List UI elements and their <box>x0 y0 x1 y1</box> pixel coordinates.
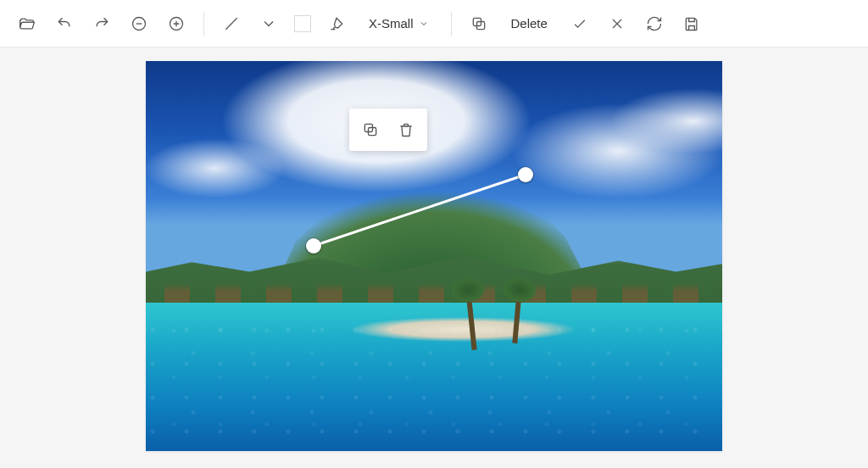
highlighter-icon <box>328 15 345 32</box>
toolbar-separator <box>203 12 204 36</box>
delete-label: Delete <box>511 16 548 31</box>
zoom-out-icon <box>131 15 147 32</box>
toolbar-separator <box>451 12 452 36</box>
copy-button[interactable] <box>462 7 496 41</box>
main-toolbar: X-Small Delete <box>0 0 868 47</box>
delete-button[interactable]: Delete <box>499 7 559 41</box>
open-button[interactable] <box>10 7 44 41</box>
chevron-down-icon <box>419 19 429 29</box>
zoom-in-icon <box>168 15 185 32</box>
close-icon <box>609 15 626 32</box>
context-copy-button[interactable] <box>354 114 387 146</box>
size-select-value: X-Small <box>369 16 414 31</box>
trash-icon <box>398 121 415 138</box>
redo-icon <box>93 15 110 32</box>
copy-icon <box>470 15 487 32</box>
redo-button[interactable] <box>85 7 119 41</box>
save-button[interactable] <box>675 7 709 41</box>
cancel-button[interactable] <box>600 7 634 41</box>
context-toolbar <box>349 109 427 151</box>
undo-icon <box>56 15 73 32</box>
canvas-area <box>0 47 868 468</box>
line-style-dropdown[interactable] <box>252 7 286 41</box>
confirm-button[interactable] <box>563 7 597 41</box>
context-delete-button[interactable] <box>390 114 422 146</box>
stroke-color-swatch[interactable] <box>294 15 311 32</box>
line-icon <box>223 15 240 32</box>
reset-button[interactable] <box>637 7 671 41</box>
check-icon <box>571 15 588 32</box>
line-handle-start[interactable] <box>306 238 321 254</box>
chevron-down-icon <box>260 15 277 32</box>
folder-open-icon <box>19 15 36 32</box>
undo-button[interactable] <box>47 7 81 41</box>
zoom-in-button[interactable] <box>159 7 193 41</box>
size-select[interactable]: X-Small <box>357 7 441 41</box>
highlighter-button[interactable] <box>320 7 353 41</box>
scene-lagoon <box>146 303 722 451</box>
zoom-out-button[interactable] <box>122 7 156 41</box>
line-handle-end[interactable] <box>518 167 533 182</box>
image-canvas[interactable] <box>146 61 722 451</box>
save-icon <box>683 15 700 32</box>
line-tool-button[interactable] <box>214 7 248 41</box>
copy-icon <box>362 121 379 138</box>
refresh-icon <box>646 15 663 32</box>
